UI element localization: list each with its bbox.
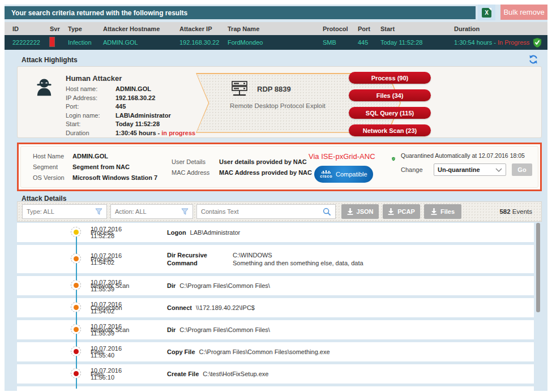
counter-pill[interactable]: Files (34) (349, 89, 431, 101)
contains-text-search[interactable] (196, 204, 336, 219)
cell-type: Infection (68, 39, 103, 46)
event-severity-dot (71, 280, 81, 290)
download-icon (431, 208, 437, 215)
result-row[interactable]: 22222222 Infection ADMIN.GOL 192.168.30.… (5, 35, 547, 50)
events-scrollbar-thumb[interactable] (536, 223, 540, 312)
nac-field: Segment Segment from NAC (33, 163, 157, 170)
funnel-icon (95, 208, 102, 215)
nac-mid-fields: User Details User details provided by NA… (172, 151, 312, 183)
export-button[interactable]: PCAP (383, 204, 420, 219)
event-row[interactable]: 10.07.2016 11:55:40 Files Copy FileC:\Pr… (17, 342, 534, 361)
refresh-icon (529, 55, 538, 64)
field-value: LAB\Administrator (115, 111, 196, 120)
attacker-field: IP Address: 192.168.30.22 (66, 94, 196, 103)
event-row[interactable]: 10.07.2016 11:55:39 Network Scan DirC:\P… (17, 320, 534, 339)
nac-field: User Details User details provided by NA… (172, 158, 312, 165)
dropdown-value: Un-quarantine (438, 166, 480, 173)
export-button-label: Files (440, 208, 455, 215)
quarantine-block: Quarantined Automatically at 12.07.2016 … (392, 151, 532, 176)
attacker-field: Host name: ADMIN.GOL (66, 85, 196, 94)
col-protocol[interactable]: Protocol (323, 25, 358, 32)
col-port[interactable]: Port (358, 25, 380, 32)
events-count-suffix: Events (511, 208, 532, 215)
event-row[interactable]: 10.07.2016 11:52:28 Process LogonLAB\Adm… (17, 223, 534, 242)
refresh-button[interactable] (529, 55, 538, 64)
events-timeline: 10.07.2016 11:52:28 Process LogonLAB\Adm… (17, 222, 542, 391)
funnel-icon (181, 208, 189, 215)
event-severity-dot (71, 253, 81, 264)
attacker-field: Duration 1:30:45 hours - in progress (66, 129, 196, 138)
export-button[interactable]: JSON (341, 204, 379, 219)
exploit-description: Remote Desktop Protocol Exploit (230, 102, 326, 109)
go-button[interactable]: Go (512, 163, 532, 176)
action-filter-value: Action: ALL (115, 208, 181, 215)
severity-bar-icon (50, 37, 54, 46)
col-duration[interactable]: Duration (454, 25, 547, 32)
event-severity-dot (71, 302, 81, 312)
export-buttons: JSON PCAP Files (341, 204, 461, 219)
cell-protocol: SMB (323, 39, 358, 46)
bulk-remove-button[interactable]: Bulk remove (500, 5, 547, 20)
attacker-field: Port: 445 (66, 102, 196, 111)
col-svr[interactable]: Svr (50, 25, 68, 32)
duration-status: In Progress (498, 39, 529, 46)
col-attacker-hostname[interactable]: Attacker Hostname (103, 25, 179, 32)
cell-port: 445 (358, 39, 380, 46)
field-label: Port: (66, 102, 115, 111)
attacker-field: Start: Today 11:52:28 (66, 120, 196, 129)
counter-pill[interactable]: Process (90) (349, 72, 431, 84)
quarantined-shield-icon (392, 151, 395, 167)
app-background: Your search criteria returned with the f… (5, 5, 547, 391)
field-label: IP Address: (66, 94, 115, 103)
results-title: Your search criteria returned with the f… (11, 9, 187, 17)
field-value-text: Today 11:52:28 (115, 120, 160, 127)
event-row[interactable]: 10.07.2016 11:55:39 Network Scan DirC:\P… (17, 276, 534, 295)
attacker-fields: Host name: ADMIN.GOL IP Address: 192.168… (66, 85, 196, 137)
cisco-brand: cisco (320, 174, 332, 179)
cell-attacker-hostname: ADMIN.GOL (103, 39, 179, 46)
cell-attacker-ip: 192.168.30.22 (179, 39, 228, 46)
event-row[interactable]: 10.07.2016 11:54:02 Process Dir Recursiv… (17, 245, 534, 273)
col-type[interactable]: Type (68, 25, 103, 32)
event-row-clipped (17, 386, 534, 391)
field-value-text: 445 (115, 103, 126, 110)
event-row[interactable]: 10.07.2016 11:56:10 Files Create FileC:\… (17, 364, 534, 384)
event-row[interactable]: 10.07.2016 11:54:02 Connection Connect\\… (17, 298, 534, 317)
col-attacker-ip[interactable]: Attacker IP (179, 25, 228, 32)
col-start[interactable]: Start (380, 25, 454, 32)
quarantine-action-dropdown[interactable]: Un-quarantine (434, 163, 506, 176)
event-severity-dot (71, 227, 81, 237)
col-trap-name[interactable]: Trap Name (228, 25, 323, 32)
field-label: User Details (172, 158, 219, 165)
col-id[interactable]: ID (12, 25, 50, 32)
field-value: Segment from NAC (72, 163, 157, 170)
search-input[interactable] (201, 208, 323, 215)
field-label: Start: (66, 120, 115, 129)
cell-start: Today 11:52:28 (380, 39, 454, 46)
attack-highlights-card: Human Attacker Host name: ADMIN.GOL IP A… (17, 66, 542, 138)
field-value: Microsoft Windows Station 7 (72, 174, 157, 181)
nac-field: OS Version Microsoft Windows Station 7 (33, 174, 157, 181)
cisco-compatible-badge: cisco Compatible (314, 166, 373, 183)
export-button[interactable]: Files (424, 204, 461, 219)
field-value: 1:30:45 hours - in progress (115, 129, 196, 138)
nac-left-fields: Host Name ADMIN.GOL Segment Segment from… (33, 151, 157, 183)
event-type: Files (91, 348, 167, 355)
event-type: Files (91, 371, 167, 377)
event-type: Network Scan (91, 282, 167, 289)
download-icon (347, 208, 353, 215)
nac-panel: Host Name ADMIN.GOL Segment Segment from… (17, 143, 542, 191)
attacker-spy-icon (33, 76, 55, 99)
type-filter[interactable]: Type: ALL (22, 204, 107, 219)
excel-export-button[interactable]: X (478, 5, 495, 20)
field-value: MAC Address provided by NAC (219, 169, 312, 176)
export-button-label: PCAP (397, 208, 415, 215)
counter-pill[interactable]: Network Scan (23) (349, 124, 431, 136)
severity-bar (50, 37, 68, 48)
chevron-down-icon (495, 168, 502, 172)
field-value: User details provided by NAC (219, 158, 312, 165)
events-filter-bar: Type: ALL Action: ALL (17, 201, 542, 222)
counter-pill[interactable]: SQL Query (115) (349, 107, 431, 119)
action-filter[interactable]: Action: ALL (110, 204, 193, 219)
event-details: Connect\\172.189.40.22\IPC$ (167, 304, 534, 311)
